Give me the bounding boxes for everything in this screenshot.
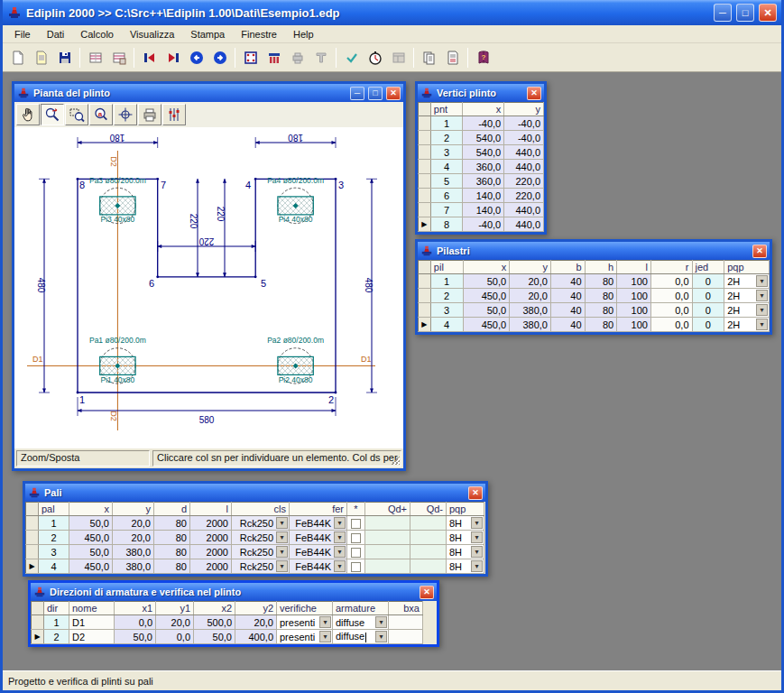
cell-y[interactable]: 380,0	[510, 303, 551, 318]
cell-y[interactable]: 20,0	[510, 274, 551, 289]
cell-fer[interactable]: FeB44K▾	[290, 531, 347, 545]
cell-r[interactable]: 0,0	[650, 274, 692, 289]
cell-y[interactable]: 20,0	[113, 516, 154, 531]
cell-jed[interactable]: 0	[692, 303, 724, 318]
cell-h[interactable]: 80	[585, 274, 617, 289]
cell-x2[interactable]: 500,0	[194, 615, 235, 630]
cell-pal[interactable]: 2	[39, 531, 69, 545]
cell-dir[interactable]: 1	[44, 615, 69, 630]
cell-r[interactable]: 0,0	[650, 303, 692, 318]
display-options-icon[interactable]	[162, 104, 186, 125]
cell-y2[interactable]: 400,0	[235, 630, 277, 644]
cell-x1[interactable]: 50,0	[115, 630, 156, 644]
stampa-tabella-icon[interactable]	[441, 46, 464, 69]
cell-b[interactable]: 40	[550, 274, 585, 289]
cell-x[interactable]: 140,0	[463, 189, 504, 203]
center-view-icon[interactable]	[114, 104, 137, 125]
pali-titlebar[interactable]: Pali ✕	[25, 484, 485, 502]
cell-*[interactable]	[347, 559, 365, 574]
cell-pnt[interactable]: 3	[430, 145, 463, 160]
pile-3[interactable]: Pa3 ø80/200.0m Pi3 40x80	[89, 176, 146, 224]
print-icon[interactable]	[138, 104, 161, 125]
row-selector[interactable]	[419, 131, 431, 145]
cell-h[interactable]: 80	[585, 303, 617, 318]
view-pilastri-icon[interactable]	[263, 46, 285, 69]
minimize-icon[interactable]: ─	[350, 87, 364, 100]
cell-bxa[interactable]	[389, 615, 423, 630]
cell-h[interactable]: 80	[585, 289, 617, 303]
last-record-icon[interactable]	[161, 46, 184, 69]
dropdown-arrow-icon[interactable]: ▾	[756, 319, 768, 330]
menu-visualizza[interactable]: Visualizza	[122, 26, 182, 42]
dropdown-arrow-icon[interactable]: ▾	[375, 616, 387, 628]
zoom-all-icon[interactable]: a	[89, 104, 113, 125]
cell-l[interactable]: 2000	[190, 516, 232, 531]
cell-pnt[interactable]: 4	[430, 160, 463, 174]
cell-b[interactable]: 40	[550, 289, 585, 303]
cell-y1[interactable]: 0,0	[156, 630, 194, 644]
row-selector[interactable]	[26, 531, 39, 545]
cell-pil[interactable]: 3	[430, 303, 463, 318]
row-selector[interactable]	[419, 160, 431, 174]
cell-d[interactable]: 80	[154, 516, 190, 531]
row-selector[interactable]	[26, 516, 39, 531]
dropdown-arrow-icon[interactable]: ▾	[756, 290, 768, 301]
cell-x[interactable]: 450,0	[69, 531, 113, 545]
cell-Qd+[interactable]	[365, 531, 410, 545]
save-icon[interactable]	[53, 46, 76, 69]
dropdown-arrow-icon[interactable]: ▾	[756, 304, 768, 316]
cell-armature[interactable]: diffuse▾	[333, 630, 389, 644]
current-row-marker[interactable]: ▶	[419, 318, 431, 332]
dropdown-arrow-icon[interactable]: ▾	[319, 616, 331, 628]
cell-pqp[interactable]: 2H▾	[724, 289, 770, 303]
cell-y[interactable]: 440,0	[504, 203, 544, 217]
cell-b[interactable]: 40	[550, 303, 585, 318]
row-selector[interactable]	[419, 203, 431, 217]
cell-x[interactable]: 50,0	[463, 274, 510, 289]
cell-verifiche[interactable]: presenti▾	[277, 630, 333, 644]
cell-Qd-[interactable]	[410, 516, 447, 531]
cell-y[interactable]: 380,0	[510, 318, 551, 332]
cell-y[interactable]: -40,0	[504, 131, 544, 145]
cell-l[interactable]: 100	[617, 303, 651, 318]
cell-y[interactable]: 440,0	[504, 145, 544, 160]
cell-cls[interactable]: Rck250▾	[232, 559, 290, 574]
calcola-check-icon[interactable]	[340, 46, 363, 69]
copia-icon[interactable]	[418, 46, 440, 69]
cell-*[interactable]	[347, 516, 365, 531]
row-selector[interactable]	[419, 303, 431, 318]
cell-y[interactable]: 20,0	[113, 531, 154, 545]
cell-y1[interactable]: 20,0	[156, 615, 194, 630]
maximize-icon[interactable]: □	[368, 87, 383, 100]
open-document-icon[interactable]	[30, 46, 52, 69]
cell-pnt[interactable]: 8	[430, 217, 463, 232]
cell-cls[interactable]: Rck250▾	[232, 545, 290, 559]
dropdown-arrow-icon[interactable]: ▾	[276, 546, 288, 558]
new-document-icon[interactable]	[6, 46, 29, 69]
cell-bxa[interactable]	[389, 630, 423, 644]
cell-cls[interactable]: Rck250▾	[232, 516, 290, 531]
cell-h[interactable]: 80	[585, 318, 617, 332]
cell-Qd+[interactable]	[365, 545, 410, 559]
previous-view-icon[interactable]	[185, 46, 208, 69]
zoom-window-icon[interactable]	[65, 104, 88, 125]
plan-drawing[interactable]: D1 D1 D2 D2	[14, 127, 403, 448]
cell-x[interactable]: 540,0	[463, 145, 504, 160]
checkbox[interactable]	[351, 548, 361, 558]
dropdown-arrow-icon[interactable]: ▾	[276, 560, 288, 572]
row-selector[interactable]	[26, 545, 39, 559]
cell-l[interactable]: 100	[617, 289, 651, 303]
cell-pqp[interactable]: 8H▾	[447, 531, 484, 545]
cell-jed[interactable]: 0	[692, 289, 724, 303]
cell-x[interactable]: 360,0	[463, 160, 504, 174]
cell-pil[interactable]: 4	[430, 318, 463, 332]
close-icon[interactable]: ✕	[468, 486, 483, 500]
cell-y[interactable]: 220,0	[504, 174, 544, 189]
cell-x[interactable]: 50,0	[69, 545, 113, 559]
row-selector[interactable]	[419, 274, 431, 289]
cell-jed[interactable]: 0	[692, 318, 724, 332]
cell-fer[interactable]: FeB44K▾	[290, 545, 347, 559]
cell-pal[interactable]: 1	[39, 516, 69, 531]
cell-Qd-[interactable]	[410, 531, 447, 545]
cell-Qd-[interactable]	[410, 545, 447, 559]
